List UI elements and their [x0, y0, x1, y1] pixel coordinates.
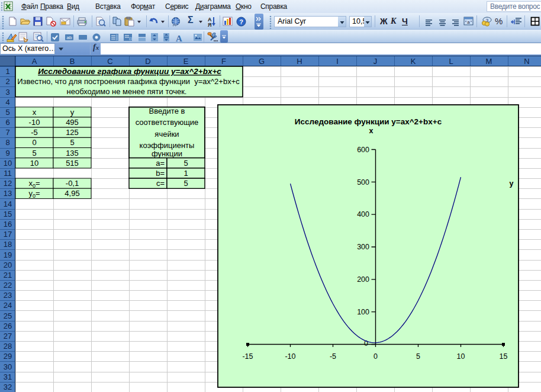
svg-text:J: J [373, 57, 378, 66]
svg-text:функции: функции [152, 149, 182, 158]
svg-text:500: 500 [357, 178, 369, 187]
svg-text:5: 5 [416, 352, 420, 361]
svg-text:y: y [70, 108, 75, 117]
svg-text:?: ? [239, 18, 243, 25]
svg-text:c=: c= [156, 179, 165, 188]
svg-text:6: 6 [5, 118, 9, 127]
svg-text:5: 5 [183, 179, 188, 188]
svg-text:10: 10 [30, 159, 38, 168]
svg-text:25: 25 [4, 311, 12, 320]
svg-text:-10: -10 [285, 352, 295, 361]
svg-text:9: 9 [5, 149, 9, 158]
svg-text:коэффициенты: коэффициенты [140, 141, 195, 150]
svg-text:400: 400 [357, 210, 369, 219]
svg-text:C: C [107, 57, 112, 66]
svg-text:4: 4 [5, 98, 9, 107]
svg-text:-10: -10 [29, 118, 40, 127]
svg-text:ячейки: ячейки [154, 130, 179, 139]
svg-text:23: 23 [4, 291, 12, 300]
svg-text:5: 5 [183, 159, 188, 168]
svg-text:H: H [297, 57, 302, 66]
svg-text:Известно, что для построения г: Известно, что для построения гаафика фун… [17, 77, 240, 86]
svg-text:Я: Я [208, 22, 211, 28]
svg-text:24: 24 [4, 301, 12, 310]
svg-text:10: 10 [457, 352, 465, 361]
svg-text:1: 1 [5, 67, 9, 76]
svg-text:11: 11 [4, 169, 12, 178]
svg-text:-5: -5 [330, 352, 336, 361]
svg-text:26: 26 [4, 322, 12, 330]
svg-text:28: 28 [4, 342, 12, 351]
svg-text:x: x [33, 108, 37, 117]
svg-text:D: D [145, 57, 150, 66]
svg-text:300: 300 [357, 243, 369, 251]
svg-text:100: 100 [357, 308, 369, 316]
svg-text:5: 5 [70, 138, 74, 147]
svg-text:F: F [221, 57, 226, 66]
svg-text:200: 200 [357, 275, 369, 284]
svg-text:a: a [467, 20, 470, 25]
svg-text:15: 15 [500, 352, 508, 361]
svg-text:необходимо не менее пяти точек: необходимо не менее пяти точек. [67, 87, 187, 96]
svg-text:0: 0 [373, 352, 378, 361]
svg-text:31: 31 [4, 372, 12, 381]
svg-text:21: 21 [4, 271, 12, 279]
svg-text:22: 22 [4, 281, 12, 290]
svg-text:ab: ab [67, 35, 72, 40]
svg-text:Исследование функции y=ax^2+bx: Исследование функции y=ax^2+bx+c [295, 117, 442, 126]
svg-text:29: 29 [4, 352, 12, 361]
svg-text:3: 3 [5, 88, 9, 97]
svg-text:N: N [524, 57, 529, 66]
svg-text:15: 15 [4, 210, 12, 219]
svg-text:b=: b= [156, 169, 165, 178]
svg-text:30: 30 [4, 362, 12, 371]
svg-text:соответствующие: соответствующие [136, 118, 199, 127]
svg-text:-0,1: -0,1 [66, 179, 79, 188]
svg-text:12: 12 [4, 179, 12, 188]
svg-text:27: 27 [4, 332, 12, 340]
svg-text:Исследование графика функции y: Исследование графика функции y=ax^2+bx+c [38, 67, 221, 76]
svg-text:17: 17 [4, 230, 12, 239]
svg-text:K: K [411, 57, 416, 66]
svg-text:8: 8 [5, 138, 9, 147]
svg-text:19: 19 [4, 250, 12, 259]
svg-text:y: y [510, 179, 514, 188]
svg-text:5: 5 [32, 149, 36, 158]
svg-text:I: I [336, 57, 339, 66]
svg-text:a=: a= [156, 159, 165, 168]
svg-text:515: 515 [66, 159, 79, 168]
svg-text:16: 16 [4, 220, 12, 229]
svg-text:G: G [259, 57, 265, 66]
svg-text:495: 495 [66, 118, 79, 127]
svg-text:10: 10 [4, 159, 12, 168]
svg-text:x: x [369, 127, 373, 135]
svg-text:B: B [70, 57, 75, 66]
svg-text:13: 13 [4, 189, 12, 198]
svg-text:32: 32 [4, 383, 12, 391]
svg-text:-5: -5 [31, 128, 38, 137]
svg-text:M: M [486, 57, 492, 66]
svg-text:125: 125 [66, 128, 79, 137]
svg-text:2: 2 [5, 77, 9, 86]
svg-text:1: 1 [183, 169, 188, 178]
svg-text:14: 14 [4, 200, 12, 208]
svg-text:7: 7 [5, 128, 9, 137]
svg-text:600: 600 [357, 146, 369, 154]
svg-text:5: 5 [5, 108, 9, 117]
svg-text:18: 18 [4, 240, 12, 249]
svg-text:-15: -15 [242, 352, 253, 361]
svg-text:A: A [32, 57, 37, 66]
svg-text:4,95: 4,95 [65, 189, 79, 198]
svg-text:135: 135 [66, 149, 79, 158]
svg-text:Введите в: Введите в [149, 107, 185, 115]
svg-text:20: 20 [4, 261, 12, 269]
svg-text:0: 0 [32, 138, 36, 147]
svg-text:E: E [183, 57, 189, 66]
svg-text:L: L [449, 57, 453, 66]
